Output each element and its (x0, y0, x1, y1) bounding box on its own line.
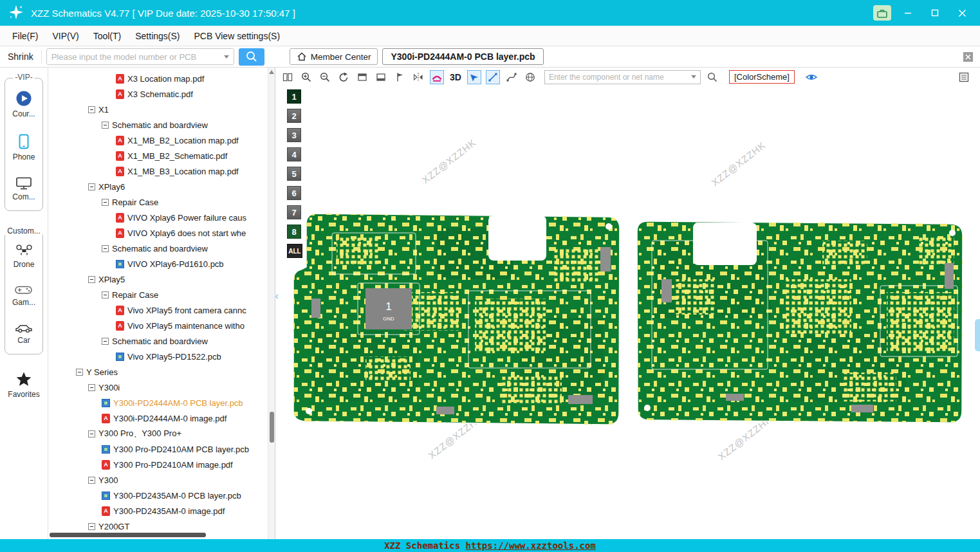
tree-item[interactable]: X3 Location map.pdf (48, 71, 275, 86)
tree-item[interactable]: Vivo XPlay5 front camera cannc (48, 302, 275, 318)
sidebar-item-favorites[interactable]: Favorites (8, 371, 39, 399)
layer-panel-button[interactable] (957, 70, 971, 84)
arrow-tool-button[interactable] (467, 70, 481, 84)
pcb-board-right[interactable] (637, 221, 963, 423)
right-panel-handle[interactable] (975, 319, 980, 351)
chevron-down-icon[interactable] (691, 75, 696, 78)
mirror-button[interactable] (411, 70, 425, 84)
status-url-link[interactable]: https://www.xzztools.com (466, 540, 596, 551)
tree-folder[interactable]: XPlay6 (48, 179, 275, 194)
collapse-icon[interactable] (102, 291, 109, 299)
sidebar-item-drone[interactable]: Drone (14, 244, 35, 269)
zoom-in-button[interactable] (299, 70, 313, 84)
collapse-icon[interactable] (88, 430, 95, 437)
tree-folder[interactable]: Schematic and boardview (48, 241, 275, 256)
component-search-input[interactable] (549, 73, 689, 82)
close-button[interactable] (952, 4, 972, 22)
tree-horizontal-scrollbar[interactable] (50, 533, 206, 537)
menu-file[interactable]: File(F) (5, 26, 45, 46)
menu-settings[interactable]: Settings(S) (128, 26, 187, 46)
tree-folder[interactable]: Y Series (48, 364, 275, 380)
sidebar-item-games[interactable]: Gam... (12, 284, 35, 307)
tree-folder[interactable]: Y300 Pro、Y300 Pro+ (48, 426, 275, 441)
minimize-button[interactable] (898, 4, 918, 22)
model-search-input[interactable] (51, 52, 221, 62)
model-search-combobox[interactable] (46, 48, 234, 65)
shrink-button[interactable]: Shrink (6, 50, 42, 64)
tree-item[interactable]: VIVO XPlay6-Pd1610.pcb (48, 256, 275, 271)
tree-item[interactable]: Vivo XPlay5 maintenance witho (48, 318, 275, 333)
layer-tab-1[interactable]: 1 (287, 89, 301, 104)
measure-tool-button[interactable] (486, 70, 500, 84)
collapse-icon[interactable] (102, 338, 109, 345)
tree-item[interactable]: X1_MB_B3_Location map.pdf (48, 163, 275, 179)
layer-tab-8[interactable]: 8 (287, 225, 301, 239)
collapse-icon[interactable] (76, 369, 83, 376)
search-button[interactable] (239, 48, 264, 66)
sidebar-item-phone[interactable]: Phone (13, 134, 35, 161)
collapse-icon[interactable] (88, 276, 95, 283)
menu-tool[interactable]: Tool(T) (86, 26, 129, 46)
tree-item[interactable]: Y300 Pro-PD2410AM PCB layer.pcb (48, 441, 275, 457)
globe-button[interactable] (523, 70, 537, 84)
tree-item[interactable]: Vivo XPlay5-PD1522.pcb (48, 349, 275, 364)
rotate-button[interactable] (337, 70, 351, 84)
collapse-icon[interactable] (88, 183, 95, 190)
layer-tab-5[interactable]: 5 (287, 167, 301, 181)
tree-folder[interactable]: Y300i (48, 380, 275, 395)
visibility-button[interactable] (804, 70, 818, 84)
scrollbar-thumb[interactable] (270, 412, 274, 443)
flip-highlight-button[interactable] (430, 70, 444, 84)
tree-folder[interactable]: Schematic and boardview (48, 333, 275, 349)
layer-tab-6[interactable]: 6 (287, 186, 301, 200)
maximize-button[interactable] (925, 4, 945, 22)
pcb-board-left[interactable]: 1 GND (293, 214, 620, 425)
tree-item[interactable]: Y300-PD2435AM-0 image.pdf (48, 503, 275, 519)
split-view-button[interactable] (281, 70, 295, 84)
tree-item[interactable]: VIVO Xplay6 does not start whe (48, 225, 275, 241)
collapse-icon[interactable] (88, 106, 95, 113)
zoom-out-button[interactable] (318, 70, 332, 84)
tree-folder[interactable]: Repair Case (48, 287, 275, 302)
collapse-icon[interactable] (88, 523, 95, 530)
collapse-icon[interactable] (88, 384, 95, 391)
tree-item[interactable]: X3 Schematic.pdf (48, 86, 275, 102)
board-top-view-button[interactable] (355, 70, 369, 84)
tree-item[interactable]: Y300i-PD2444AM-0 image.pdf (48, 410, 275, 426)
tree-folder[interactable]: XPlay5 (48, 271, 275, 287)
layer-tab-7[interactable]: 7 (287, 205, 301, 219)
component-search-button[interactable] (705, 70, 719, 84)
layer-tab-all[interactable]: ALL (287, 244, 302, 258)
sidebar-item-courses[interactable]: Cour... (12, 90, 35, 118)
layer-tab-3[interactable]: 3 (287, 128, 301, 142)
scroll-up-icon[interactable] (269, 70, 274, 74)
license-button[interactable] (873, 5, 891, 21)
tree-folder[interactable]: Y200GT (48, 519, 275, 534)
pcb-canvas[interactable]: XZZ@XZZHK XZZ@XZZHK XZZ@XZZHK XZZ@XZZHK (275, 86, 979, 539)
chevron-down-icon[interactable] (224, 55, 229, 59)
collapse-icon[interactable] (102, 199, 109, 206)
tree-folder[interactable]: X1 (48, 102, 275, 117)
tree-item[interactable]: Y300 Pro-PD2410AM image.pdf (48, 457, 275, 472)
collapse-icon[interactable] (88, 477, 95, 484)
tree-folder[interactable]: Y300 (48, 472, 275, 488)
tree-item[interactable]: X1_MB_B2_Location map.pdf (48, 133, 275, 148)
collapse-icon[interactable] (102, 245, 109, 252)
tree-item[interactable]: Y300-PD2435AM-0 PCB layer.pcb (48, 488, 275, 503)
board-bottom-view-button[interactable] (374, 70, 388, 84)
tree-item[interactable]: VIVO Xplay6 Power failure caus (48, 210, 275, 225)
document-tab[interactable]: Y300i-PD2444AM-0 PCB layer.pcb (382, 48, 543, 65)
component-search-combobox[interactable] (544, 70, 701, 84)
tree-item[interactable]: X1_MB_B2_Schematic.pdf (48, 148, 275, 163)
pin-flag-button[interactable] (393, 70, 407, 84)
menu-pcb-view-settings[interactable]: PCB View settings(S) (187, 26, 287, 46)
layer-tab-2[interactable]: 2 (287, 109, 301, 123)
3d-view-button[interactable]: 3D (448, 72, 463, 82)
collapse-icon[interactable] (102, 122, 109, 129)
menu-vip[interactable]: VIP(V) (45, 26, 86, 46)
tree-folder[interactable]: Schematic and boardview (48, 117, 275, 133)
panel-collapse-handle[interactable] (273, 288, 281, 304)
curve-tool-button[interactable] (504, 70, 519, 84)
tab-close-button[interactable] (963, 51, 974, 62)
colorscheme-button[interactable]: [ColorScheme] (729, 70, 795, 84)
